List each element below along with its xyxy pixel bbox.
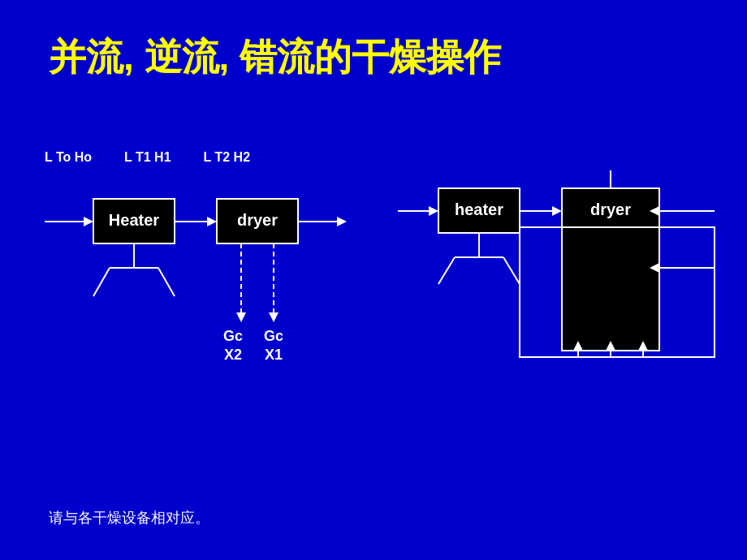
gc-x1-line2: X1 — [265, 347, 283, 363]
label-l-t2-h2: L T2 H2 — [204, 150, 251, 165]
svg-marker-15 — [269, 312, 279, 322]
svg-marker-17 — [429, 206, 438, 216]
gc-x2-line2: X2 — [224, 347, 242, 363]
svg-line-10 — [93, 268, 110, 296]
bottom-note: 请与各干燥设备相对应。 — [49, 508, 209, 528]
left-diagram: Heater dryer Gc X2 Gc X1 — [45, 183, 386, 410]
page-title: 并流, 逆流, 错流的干燥操作 — [49, 32, 501, 83]
label-l-to-ho: L To Ho — [45, 150, 92, 165]
gc-x2-line1: Gc — [223, 328, 243, 344]
labels-row: L To Ho L T1 H1 L T2 H2 — [45, 150, 250, 165]
svg-marker-7 — [337, 217, 347, 226]
label-l-t1-h1: L T1 H1 — [124, 150, 171, 165]
svg-marker-1 — [84, 217, 93, 226]
svg-marker-13 — [236, 312, 246, 322]
svg-line-38 — [503, 257, 520, 284]
svg-marker-4 — [207, 217, 217, 226]
right-dryer-label: dryer — [590, 200, 631, 218]
svg-marker-20 — [552, 206, 562, 216]
right-diagram: heater dryer — [398, 170, 739, 414]
left-heater-label: Heater — [109, 211, 159, 229]
gc-x1-line1: Gc — [264, 328, 283, 344]
right-heater-label: heater — [455, 200, 503, 218]
left-dryer-label: dryer — [237, 211, 278, 229]
svg-line-37 — [438, 257, 455, 284]
svg-line-11 — [158, 268, 175, 296]
